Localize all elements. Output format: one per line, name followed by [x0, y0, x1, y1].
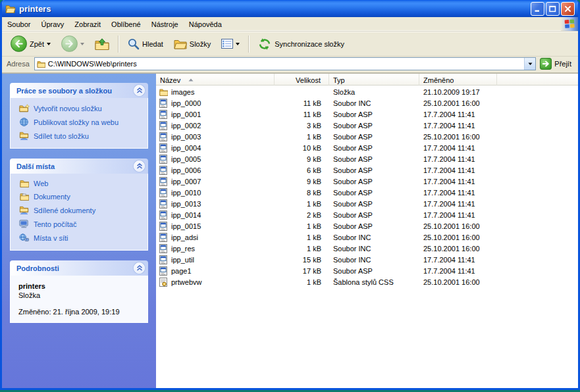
file-name: ipp_adsi: [171, 233, 198, 241]
views-button[interactable]: [217, 36, 244, 51]
file-type: Soubor INC: [329, 233, 419, 241]
file-name: ipp_util: [171, 256, 194, 264]
file-list: Název Velikost Typ Změněno imagesSložka2…: [156, 74, 578, 388]
forward-button[interactable]: [57, 33, 89, 55]
table-row[interactable]: ipp_00108 kBSoubor ASP17.7.2004 11:41: [156, 187, 578, 198]
table-row[interactable]: prtwebvw1 kBŠablona stylů CSS25.10.2001 …: [156, 276, 578, 287]
address-bar: Adresa C:\WINDOWS\Web\printers Přejít: [2, 57, 578, 73]
table-row[interactable]: ipp_00031 kBSoubor ASP25.10.2001 16:00: [156, 131, 578, 142]
column-header-typ[interactable]: Typ: [329, 74, 419, 86]
sync-folder-button[interactable]: Synchronizace složky: [253, 35, 349, 53]
search-button[interactable]: Hledat: [122, 35, 168, 53]
folder-new-icon: [18, 104, 30, 112]
forward-dropdown-icon[interactable]: [80, 43, 84, 45]
file-modified: 17.7.2004 11:41: [419, 189, 497, 197]
sidebar-item-publikovat-slozky-na-webu[interactable]: Publikovat složky na webu: [18, 118, 144, 126]
file-app-icon: [159, 199, 168, 208]
menu-item-zobrazit[interactable]: Zobrazit: [69, 17, 106, 31]
go-button[interactable]: Přejít: [536, 58, 575, 70]
panel-other-places-header[interactable]: Další místa: [10, 159, 148, 174]
sidebar-item-web[interactable]: Web: [18, 180, 144, 187]
table-row[interactable]: ipp_00066 kBSoubor ASP17.7.2004 11:41: [156, 164, 578, 176]
menu-item-upravy[interactable]: Úpravy: [36, 17, 69, 31]
panel-details-header[interactable]: Podrobnosti: [10, 260, 148, 276]
title-bar[interactable]: printers: [2, 0, 578, 17]
file-size: 3 kB: [275, 122, 329, 130]
close-button[interactable]: [561, 2, 575, 16]
menu-item-nastroje[interactable]: Nástroje: [146, 17, 184, 31]
file-name: ipp_0000: [171, 99, 201, 107]
table-row[interactable]: ipp_res1 kBSoubor INC25.10.2001 16:00: [156, 243, 578, 254]
table-row[interactable]: ipp_000111 kBSoubor ASP17.7.2004 11:41: [156, 109, 578, 120]
panel-title: Další místa: [16, 162, 55, 170]
file-app-icon: [159, 266, 168, 276]
menu-item-oblibene[interactable]: Oblíbené: [106, 17, 146, 31]
menu-items: SouborÚpravyZobrazitOblíbenéNástrojeNápo…: [2, 17, 227, 31]
sidebar-item-sdilene-dokumenty[interactable]: Sdílené dokumenty: [18, 206, 144, 214]
panel-title: Práce se soubory a složkou: [16, 87, 112, 95]
file-type: Soubor ASP: [329, 166, 419, 174]
file-app-icon: [159, 155, 168, 164]
panel-file-tasks-header[interactable]: Práce se soubory a složkou: [10, 83, 148, 98]
table-row[interactable]: ipp_00023 kBSoubor ASP17.7.2004 11:41: [156, 120, 578, 131]
sidebar-item-label: Sdílené dokumenty: [34, 207, 95, 214]
up-button[interactable]: [90, 36, 114, 53]
table-row[interactable]: ipp_00151 kBSoubor ASP25.10.2001 16:00: [156, 220, 578, 232]
chevron-up-icon[interactable]: [134, 160, 145, 172]
file-size: 2 kB: [275, 211, 329, 219]
table-row[interactable]: imagesSložka21.10.2009 19:17: [156, 86, 578, 97]
table-row[interactable]: ipp_00059 kBSoubor ASP17.7.2004 11:41: [156, 153, 578, 164]
file-type: Soubor ASP: [329, 144, 419, 152]
column-header-zmeneno[interactable]: Změněno: [419, 74, 497, 86]
column-header-label: Velikost: [296, 76, 321, 84]
table-row[interactable]: page117 kBSoubor ASP17.7.2004 11:41: [156, 265, 578, 276]
menu-item-napoveda[interactable]: Nápověda: [184, 17, 227, 31]
table-row[interactable]: ipp_util15 kBSoubor INC17.7.2004 11:41: [156, 254, 578, 265]
views-dropdown-icon[interactable]: [236, 43, 240, 45]
folders-button[interactable]: Složky: [169, 36, 215, 52]
back-dropdown-icon[interactable]: [47, 43, 51, 45]
chevron-up-icon[interactable]: [134, 262, 145, 274]
file-app-icon: [159, 177, 168, 186]
table-row[interactable]: ipp_00142 kBSoubor ASP17.7.2004 11:41: [156, 209, 578, 220]
panel-other-places: Další místa WebDokumentySdílené dokument…: [10, 159, 148, 251]
sidebar-item-dokumenty[interactable]: Dokumenty: [18, 193, 144, 201]
column-header-nazev[interactable]: Název: [156, 74, 275, 86]
address-value: C:\WINDOWS\Web\printers: [48, 60, 524, 68]
file-modified: 17.7.2004 11:41: [419, 144, 497, 152]
file-name: ipp_0004: [171, 144, 201, 152]
file-modified: 17.7.2004 11:41: [419, 122, 497, 130]
sidebar-item-vytvorit-novou-slozku[interactable]: Vytvořit novou složku: [18, 104, 144, 112]
table-row[interactable]: ipp_000410 kBSoubor ASP17.7.2004 11:41: [156, 142, 578, 153]
file-app-icon: [159, 110, 168, 119]
maximize-button[interactable]: [546, 2, 560, 16]
file-name: images: [171, 88, 194, 96]
panel-details: Podrobnosti printers Složka Změněno: 21.…: [10, 260, 148, 323]
menu-item-soubor[interactable]: Soubor: [2, 17, 36, 31]
table-row[interactable]: ipp_adsi1 kBSoubor INC25.10.2001 16:00: [156, 232, 578, 243]
folder-icon: [159, 88, 168, 96]
table-row[interactable]: ipp_000011 kBSoubor INC25.10.2001 16:00: [156, 97, 578, 109]
sidebar-item-mista-v-siti[interactable]: Místa v síti: [18, 233, 144, 242]
file-type: Soubor ASP: [329, 189, 419, 197]
chevron-up-icon[interactable]: [134, 85, 145, 96]
sidebar-item-sdilet-tuto-slozku[interactable]: Sdílet tuto složku: [18, 132, 144, 140]
column-header-velikost[interactable]: Velikost: [275, 74, 329, 86]
panel-title: Podrobnosti: [16, 264, 59, 272]
file-type: Soubor INC: [329, 256, 419, 264]
file-type: Soubor ASP: [329, 211, 419, 219]
sidebar-item-label: Místa v síti: [34, 234, 68, 242]
go-button-label: Přejít: [554, 60, 571, 68]
file-modified: 17.7.2004 11:41: [419, 178, 497, 185]
address-dropdown-button[interactable]: [524, 58, 535, 70]
file-app-icon: [159, 121, 168, 130]
sidebar-item-tento-pocitac[interactable]: Tento počítač: [18, 220, 144, 228]
details-folder-kind: Složka: [18, 291, 141, 299]
panel-file-tasks-body: Vytvořit novou složkuPublikovat složky n…: [10, 98, 148, 149]
back-button[interactable]: Zpět: [6, 33, 55, 55]
address-input[interactable]: C:\WINDOWS\Web\printers: [34, 57, 536, 70]
minimize-button[interactable]: [531, 2, 544, 16]
table-row[interactable]: ipp_00079 kBSoubor ASP17.7.2004 11:41: [156, 176, 578, 187]
table-row[interactable]: ipp_00131 kBSoubor ASP17.7.2004 11:41: [156, 198, 578, 209]
sync-icon: [257, 37, 272, 51]
